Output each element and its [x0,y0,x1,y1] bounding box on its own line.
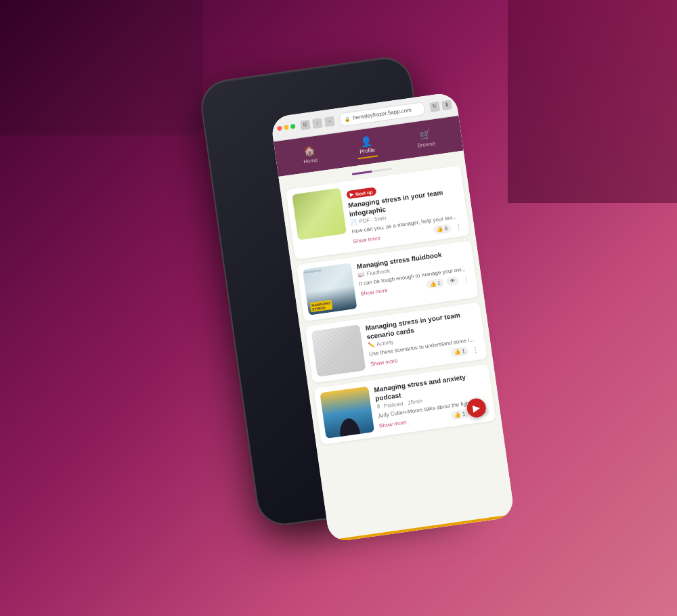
sidebar-toggle-btn[interactable]: ⊞ [300,119,311,130]
browse-icon: 🛒 [418,129,431,141]
back-btn[interactable]: ‹ [312,118,323,129]
nav-profile-label: Profile [359,146,376,154]
thumb-2-text: hemsleyfrazer [304,269,322,274]
nav-item-browse[interactable]: 🛒 Browse [407,124,444,152]
like-count-2: 1 [437,280,441,287]
refresh-btn[interactable]: ↻ [429,101,440,112]
like-icon-1: 👍 [436,226,443,233]
home-icon: 🏠 [303,145,315,157]
activity-icon: ✏️ [368,342,375,349]
progress-fill [352,171,372,175]
url-text: hemsleyfrazer.5app.com [353,107,412,121]
like-count-4: 1 [462,411,466,418]
next-up-text: Next up [355,189,372,196]
podcast-icon: 🎙 [376,403,383,410]
fluidbook-icon: 📖 [357,271,365,278]
card-body-3: Managing stress in your team scenario ca… [365,309,481,369]
phone-outer: ⊞ ‹ › 🔒 hemsleyfrazer.5app.com ↻ ⬇ [199,56,469,527]
nav-item-home[interactable]: 🏠 Home [293,141,327,169]
thumb-3-pattern [311,325,366,377]
like-icon-3: 👍 [454,349,461,355]
lock-icon: 🔒 [344,116,351,122]
card-meta-text-3: Activity [376,339,394,347]
profile-icon: 👤 [359,135,372,147]
show-more-3[interactable]: Show more [370,358,398,368]
more-btn-1[interactable]: ⋮ [454,223,464,232]
dot-red[interactable] [277,126,282,131]
pdf-icon: 📄 [350,219,357,225]
action-btns-1: 👍 6 ⋮ [433,222,464,235]
like-icon-4: 👍 [454,412,461,418]
show-more-2[interactable]: Show more [360,288,388,298]
phone-screen: ⊞ ‹ › 🔒 hemsleyfrazer.5app.com ↻ ⬇ [270,91,515,542]
forward-btn[interactable]: › [324,116,335,127]
action-btns-3: 👍 1 ⋮ [450,345,481,357]
progress-bar [352,168,393,175]
dot-yellow[interactable] [284,125,289,130]
bg-desk [508,0,677,203]
browser-action-btns: ↻ ⬇ [429,100,452,112]
hand-phone-container: ⊞ ‹ › 🔒 hemsleyfrazer.5app.com ↻ ⬇ [141,14,536,581]
nav-item-profile[interactable]: 👤 Profile [347,130,387,162]
eye-btn-2[interactable]: 👁 [446,276,460,286]
like-btn-3[interactable]: 👍 1 [450,347,469,358]
like-icon-2: 👍 [429,281,437,288]
nav-browse-label: Browse [417,140,436,149]
browser-controls: ⊞ ‹ › [300,116,334,130]
nav-active-underline [358,155,378,159]
browser-dots [277,124,296,131]
card-thumb-4 [320,387,374,439]
float-btn-icon: ▶ [472,402,481,414]
card-thumb-1 [292,188,347,240]
more-btn-3[interactable]: ⋮ [471,345,481,354]
scene: ⊞ ‹ › 🔒 hemsleyfrazer.5app.com ↻ ⬇ [0,0,677,616]
show-more-1[interactable]: Show more [353,235,380,245]
like-count-1: 6 [444,225,448,232]
card-body-2: Managing stress fluidbook 📖 Fluidbook It… [356,247,471,299]
like-count-3: 1 [462,349,466,355]
download-btn[interactable]: ⬇ [441,100,452,110]
thumb-4-silhouette [336,401,361,437]
like-btn-1[interactable]: 👍 6 [433,224,452,236]
card-thumb-3 [311,325,366,377]
nav-home-label: Home [303,156,318,164]
card-body-1: ▶ Next up Managing stress in your team i… [345,172,464,246]
card-thumb-2: hemsleyfrazer MANAGINGSTRESS [303,263,357,315]
dot-green[interactable] [290,124,296,129]
play-icon: ▶ [349,192,353,198]
more-btn-2[interactable]: ⋮ [460,275,471,284]
eye-icon-2: 👁 [450,278,456,285]
content-area: ▶ Next up Managing stress in your team i… [278,151,515,540]
like-btn-2[interactable]: 👍 1 [425,278,444,290]
show-more-4[interactable]: Show more [378,420,406,430]
like-btn-4[interactable]: 👍 1 [450,410,469,421]
